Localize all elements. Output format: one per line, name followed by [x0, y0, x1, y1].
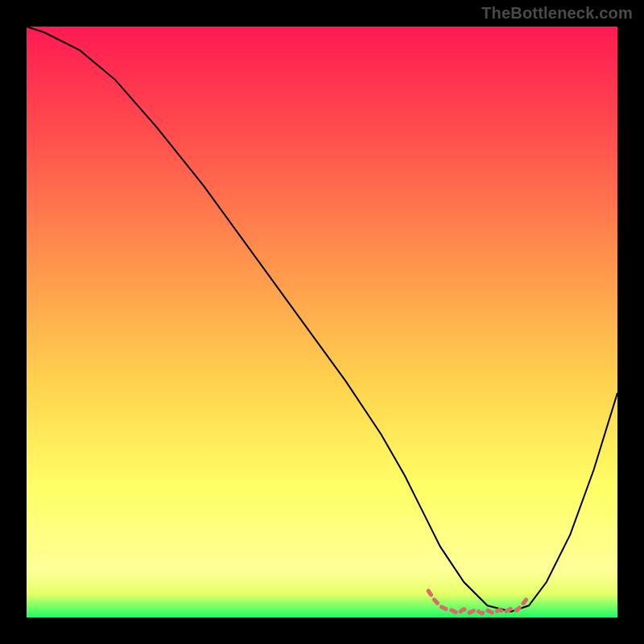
bottleneck-chart: [0, 0, 644, 644]
chart-container: { "watermark": "TheBottleneck.com", "cha…: [0, 0, 644, 644]
gradient-background: [27, 27, 617, 617]
watermark-text: TheBottleneck.com: [481, 5, 633, 21]
